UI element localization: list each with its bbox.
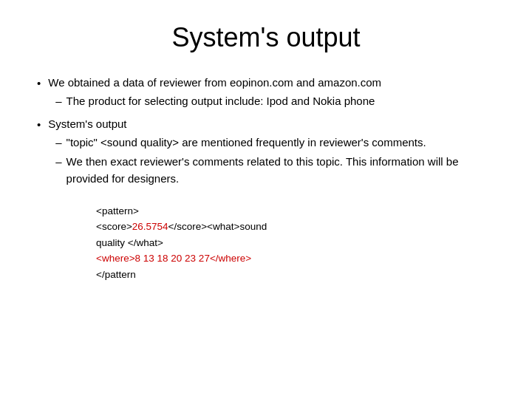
code-pattern-close: </pattern: [96, 269, 136, 280]
slide-content: • We obtained a data of reviewer from eo…: [37, 74, 495, 282]
code-where-close: </where>: [210, 253, 251, 264]
bullet-2: •: [37, 116, 41, 133]
list-item-2-content: System's output – "topic" <sound quality…: [48, 115, 495, 190]
list-item-1-content: We obtained a data of reviewer from eopi…: [48, 74, 495, 112]
sub-list-item-1-1: – The product for selecting output inclu…: [55, 92, 495, 109]
code-block: <pattern> <score>26.5754</score><what>so…: [96, 203, 495, 283]
main-list: • We obtained a data of reviewer from eo…: [37, 74, 495, 190]
code-where-open: <where>: [96, 253, 135, 264]
code-quality-what-close: quality </what>: [96, 237, 163, 248]
code-line-1: <pattern>: [96, 203, 495, 219]
code-line-4: <where>8 13 18 20 23 27</where>: [96, 250, 495, 267]
code-line-5: </pattern: [96, 267, 495, 283]
sub-list-item-2-2: – We then exact reviewer's comments rela…: [55, 153, 495, 188]
sub-list-1: – The product for selecting output inclu…: [55, 92, 495, 109]
list-item-1: • We obtained a data of reviewer from eo…: [37, 74, 495, 112]
code-where-values: 8 13 18 20 23 27: [135, 253, 210, 264]
code-score-value: 26.5754: [132, 221, 168, 232]
code-pattern-open: <pattern>: [96, 205, 139, 216]
bullet-1-text: We obtained a data of reviewer from eopi…: [48, 76, 381, 89]
list-item-2: • System's output – "topic" <sound quali…: [37, 115, 495, 190]
slide: System's output • We obtained a data of …: [0, 0, 532, 399]
sub-list-item-2-1: – "topic" <sound quality> are mentioned …: [55, 134, 495, 151]
sub-item-2-1-text: "topic" <sound quality> are mentioned fr…: [66, 134, 495, 151]
code-score-close-what: </score><what>sound: [168, 221, 267, 232]
dash-2: –: [55, 134, 61, 151]
code-line-2: <score>26.5754</score><what>sound: [96, 219, 495, 235]
sub-item-1-1-text: The product for selecting output include…: [66, 92, 495, 109]
code-line-3: quality </what>: [96, 235, 495, 251]
sub-item-2-2-text: We then exact reviewer's comments relate…: [66, 153, 495, 188]
bullet-1: •: [37, 75, 41, 92]
sub-list-2: – "topic" <sound quality> are mentioned …: [55, 134, 495, 188]
dash-3: –: [55, 153, 61, 170]
bullet-2-text: System's output: [48, 117, 126, 130]
dash-1: –: [55, 92, 61, 109]
code-score-open: <score>: [96, 221, 132, 232]
slide-title: System's output: [37, 22, 495, 53]
